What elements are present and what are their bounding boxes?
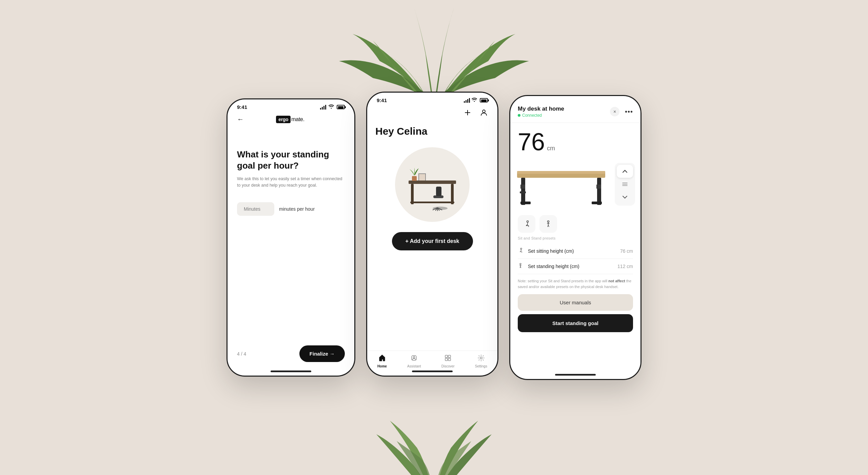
- wifi-icon: [329, 104, 334, 110]
- minutes-input[interactable]: [237, 202, 274, 216]
- height-unit: cm: [547, 145, 555, 152]
- svg-rect-17: [517, 171, 605, 174]
- svg-point-25: [527, 221, 529, 223]
- minutes-per-hour-label: minutes per hour: [279, 206, 315, 212]
- control-panel: [615, 163, 635, 206]
- battery-icon-2: [480, 98, 488, 102]
- standing-goal-subtitle: We ask this to let you easily set a time…: [237, 176, 345, 189]
- svg-rect-8: [412, 176, 417, 181]
- standing-icon: [518, 263, 525, 270]
- desk-title-block: My desk at home Connected: [518, 106, 610, 118]
- connected-badge: Connected: [518, 113, 610, 118]
- page-counter: 4 / 4: [237, 351, 246, 357]
- height-display: 76 cm: [510, 123, 640, 157]
- standing-height-label: Set standing height (cm): [528, 264, 614, 269]
- ergomate-logo: ergo mate.: [276, 116, 304, 123]
- standing-height-value: 112 cm: [617, 264, 633, 269]
- time-2: 9:41: [377, 97, 387, 103]
- more-button[interactable]: •••: [625, 108, 633, 116]
- stand-preset-button[interactable]: [539, 215, 557, 233]
- standing-height-row[interactable]: Set standing height (cm) 112 cm: [518, 259, 633, 274]
- add-desk-button[interactable]: + Add your first desk: [392, 232, 473, 250]
- height-value: 76: [518, 130, 545, 154]
- status-bar-1: 9:41: [228, 99, 354, 110]
- add-button[interactable]: [462, 107, 473, 118]
- finalize-button[interactable]: Finalize →: [299, 345, 345, 362]
- note-text: Note: setting your Sit and Stand presets…: [518, 278, 633, 289]
- time-1: 9:41: [237, 104, 247, 110]
- nav-item-discover[interactable]: Discover: [441, 354, 455, 368]
- phone-1-onboarding: 9:41 ←: [226, 98, 355, 377]
- phone2-topbar: [367, 103, 497, 122]
- mate-text: mate.: [291, 116, 304, 122]
- connected-dot: [518, 114, 520, 117]
- up-button[interactable]: [617, 165, 633, 178]
- sitting-icon: [518, 248, 525, 254]
- sitting-height-row[interactable]: Set sitting height (cm) 76 cm: [518, 244, 633, 259]
- phone-2-home: 9:41: [366, 92, 498, 377]
- desk-name: My desk at home: [518, 106, 610, 112]
- svg-rect-24: [596, 185, 601, 189]
- svg-rect-1: [409, 180, 456, 184]
- menu-button[interactable]: [617, 178, 633, 191]
- svg-rect-2: [411, 184, 414, 204]
- svg-rect-20: [597, 178, 601, 205]
- desk-illustration: [395, 147, 470, 222]
- profile-button[interactable]: [478, 107, 489, 118]
- home-label: Home: [377, 364, 387, 368]
- start-standing-goal-button[interactable]: Start standing goal: [518, 314, 633, 332]
- sit-stand-label: Sit and Stand presets: [518, 236, 633, 240]
- preset-buttons: [510, 212, 640, 236]
- svg-rect-19: [520, 202, 531, 204]
- ergo-text: ergo: [276, 116, 291, 123]
- assistant-icon: [410, 354, 418, 363]
- svg-rect-12: [448, 355, 451, 358]
- svg-point-0: [482, 110, 485, 113]
- svg-point-10: [413, 357, 415, 358]
- svg-rect-13: [445, 358, 448, 361]
- nav-item-home[interactable]: Home: [377, 354, 387, 368]
- home-icon: [378, 354, 386, 363]
- bottom-nav: Home Assistant: [367, 350, 497, 368]
- back-button[interactable]: ←: [237, 115, 244, 123]
- discover-label: Discover: [441, 364, 455, 368]
- home-indicator-1: [271, 370, 311, 372]
- desk-image-area: [510, 157, 640, 212]
- phone3-header: My desk at home Connected × •••: [510, 101, 640, 123]
- svg-rect-23: [520, 185, 525, 189]
- down-button[interactable]: [617, 191, 633, 204]
- standing-goal-question: What is your standing goal per hour?: [237, 149, 345, 171]
- greeting: Hey Celina: [367, 122, 497, 147]
- status-bar-2: 9:41: [367, 93, 497, 103]
- sit-preset-button[interactable]: [518, 215, 535, 233]
- close-button[interactable]: ×: [610, 107, 619, 116]
- sitting-height-value: 76 cm: [620, 248, 633, 254]
- connected-label: Connected: [522, 113, 542, 118]
- svg-rect-4: [410, 202, 454, 203]
- wifi-icon-2: [472, 98, 477, 103]
- discover-icon: [444, 354, 452, 363]
- svg-rect-14: [448, 358, 451, 361]
- nav-item-assistant[interactable]: Assistant: [407, 354, 421, 368]
- svg-rect-22: [520, 191, 526, 193]
- home-indicator-3: [555, 374, 596, 376]
- close-icon: ×: [613, 109, 616, 114]
- svg-rect-21: [592, 202, 602, 204]
- user-manuals-button[interactable]: User manuals: [518, 294, 633, 311]
- battery-icon: [337, 105, 345, 109]
- svg-point-15: [480, 357, 482, 359]
- home-indicator-2: [412, 370, 453, 372]
- assistant-label: Assistant: [407, 364, 421, 368]
- svg-rect-3: [451, 184, 454, 204]
- svg-rect-11: [445, 355, 448, 358]
- svg-rect-7: [436, 187, 441, 196]
- nav-bar-1: ← ergo mate.: [228, 110, 354, 129]
- signal-icon: [320, 105, 326, 110]
- settings-label: Settings: [475, 364, 487, 368]
- svg-point-26: [548, 221, 549, 223]
- svg-point-5: [433, 207, 448, 210]
- sitting-height-label: Set sitting height (cm): [528, 248, 617, 254]
- nav-item-settings[interactable]: Settings: [475, 354, 487, 368]
- settings-icon: [477, 354, 485, 363]
- signal-icon-2: [464, 98, 470, 103]
